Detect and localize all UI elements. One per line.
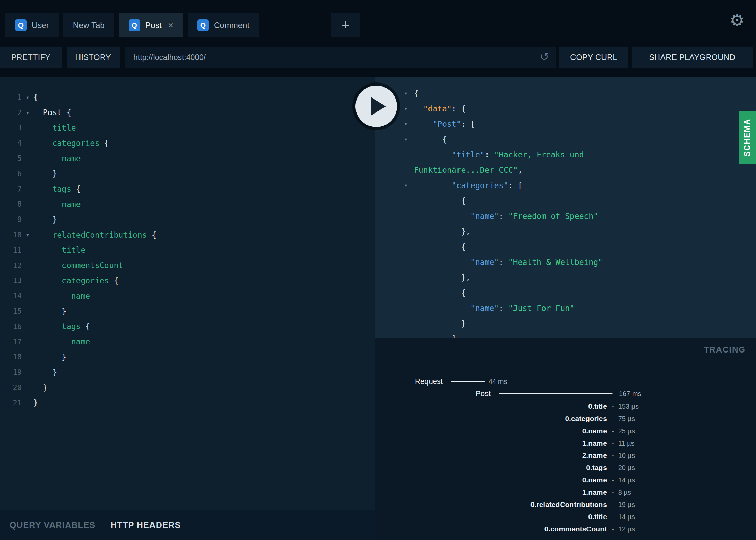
- code-text: },: [414, 227, 470, 236]
- tracing-field-row: 2.name-10 µs: [375, 449, 756, 462]
- query-variables-tab[interactable]: QUERY VARIABLES: [10, 520, 96, 530]
- tab-label: User: [32, 20, 49, 30]
- response-line: ▾ "Post": [: [375, 116, 756, 132]
- query-line: 12 commentsCount: [0, 258, 375, 273]
- code-text: categories {: [33, 276, 118, 285]
- endpoint-url-bar[interactable]: http://localhost:4000/ ↺: [125, 47, 556, 68]
- code-text: name: [33, 200, 81, 209]
- close-tab-icon[interactable]: ×: [168, 20, 173, 30]
- tracing-field-dash: -: [612, 489, 614, 496]
- tracing-field-value: 25 µs: [618, 427, 635, 435]
- fold-arrow-icon[interactable]: ▾: [375, 136, 414, 143]
- query-editor[interactable]: 1▾{2▾ Post {3 title4 categories {5 name6…: [0, 77, 375, 510]
- tab-label: Post: [145, 20, 162, 30]
- code-text: "title": "Hacker, Freaks und: [414, 150, 584, 159]
- tracing-span-label: Post: [457, 389, 491, 399]
- code-text: "name": "Freedom of Speech": [414, 212, 598, 221]
- response-line: }: [375, 316, 756, 331]
- line-number: 19: [0, 368, 22, 376]
- code-text: name: [33, 337, 90, 346]
- tracing-span-bar: [499, 393, 613, 394]
- code-text: }: [33, 307, 67, 316]
- query-line: 9 }: [0, 212, 375, 227]
- fold-arrow-icon[interactable]: ▾: [22, 94, 33, 101]
- tab-label: Comment: [214, 20, 249, 30]
- query-line: 15 }: [0, 303, 375, 319]
- tracing-field-label: 0.name: [375, 427, 607, 435]
- share-playground-button[interactable]: SHARE PLAYGROUND: [632, 47, 753, 68]
- tracing-field-row: 1.name-8 µs: [375, 486, 756, 498]
- schema-tab-button[interactable]: SCHEMA: [739, 111, 756, 164]
- tab-user[interactable]: QUser: [5, 13, 59, 37]
- code-text: "name": "Health & Wellbeing": [414, 258, 603, 267]
- tracing-field-dash: -: [612, 403, 614, 410]
- tab-bar: QUserNew TabQPost×QComment: [5, 13, 259, 37]
- response-line: ▾ "data": {: [375, 101, 756, 116]
- tracing-field-label: 1.name: [375, 439, 607, 447]
- code-text: }: [33, 352, 67, 361]
- query-line: 14 name: [0, 288, 375, 303]
- query-line: 19 }: [0, 364, 375, 380]
- tracing-span-request: Request 44 ms: [375, 376, 756, 387]
- query-line: 16 tags {: [0, 319, 375, 334]
- tracing-field-row: 0.name-14 µs: [375, 474, 756, 486]
- line-number: 17: [0, 338, 22, 346]
- line-number: 12: [0, 261, 22, 270]
- tab-label: New Tab: [73, 20, 105, 30]
- response-lines: ▾{▾ "data": {▾ "Post": [▾ { "title": "Ha…: [375, 77, 756, 338]
- execute-query-button[interactable]: [355, 86, 397, 127]
- query-line: 4 categories {: [0, 135, 375, 151]
- tracing-field-rows: 0.title-153 µs0.categories-75 µs0.name-2…: [375, 400, 756, 535]
- code-text: }: [33, 398, 38, 407]
- fold-arrow-icon[interactable]: ▾: [22, 109, 33, 116]
- response-line: "name": "Health & Wellbeing": [375, 254, 756, 270]
- response-line: ]: [375, 331, 756, 338]
- http-headers-tab[interactable]: HTTP HEADERS: [111, 520, 181, 530]
- tracing-field-value: 153 µs: [618, 403, 639, 410]
- tracing-field-row: 0.categories-75 µs: [375, 412, 756, 425]
- tracing-field-row: 0.title-153 µs: [375, 400, 756, 412]
- code-text: {: [33, 93, 38, 102]
- tracing-field-label: 0.title: [375, 513, 607, 521]
- code-text: title: [33, 123, 76, 132]
- code-text: tags {: [33, 322, 90, 331]
- query-badge-icon: Q: [197, 19, 209, 31]
- tracing-field-value: 14 µs: [618, 513, 635, 521]
- tab-new-tab[interactable]: New Tab: [63, 13, 114, 37]
- line-number: 5: [0, 154, 22, 163]
- code-text: ]: [414, 334, 456, 338]
- line-number: 18: [0, 352, 22, 361]
- query-line: 10▾ relatedContributions {: [0, 227, 375, 242]
- code-text: }: [33, 383, 48, 392]
- endpoint-url[interactable]: http://localhost:4000/: [133, 53, 206, 62]
- graphql-playground: QUserNew TabQPost×QComment + ⚙ PRETTIFY …: [0, 0, 756, 540]
- line-number: 10: [0, 230, 22, 239]
- history-button[interactable]: HISTORY: [67, 47, 120, 68]
- reload-icon[interactable]: ↺: [540, 50, 549, 63]
- tracing-field-dash: -: [612, 525, 614, 533]
- tab-post[interactable]: QPost×: [119, 13, 183, 37]
- code-text: name: [33, 154, 81, 163]
- line-number: 9: [0, 215, 22, 224]
- settings-gear-icon[interactable]: ⚙: [730, 12, 744, 29]
- tracing-panel: TRACING Request 44 ms Post 167 ms 0.titl…: [375, 338, 756, 540]
- query-line: 21}: [0, 395, 375, 410]
- prettify-button[interactable]: PRETTIFY: [0, 47, 62, 68]
- query-line: 13 categories {: [0, 273, 375, 288]
- line-number: 20: [0, 383, 22, 392]
- plus-icon: +: [341, 17, 349, 33]
- new-tab-button[interactable]: +: [331, 13, 360, 37]
- tracing-field-label: 0.title: [375, 402, 607, 410]
- tracing-field-row: 1.name-11 µs: [375, 437, 756, 449]
- tracing-field-row: 0.commentsCount-12 µs: [375, 523, 756, 535]
- fold-arrow-icon[interactable]: ▾: [375, 182, 414, 189]
- query-line: 8 name: [0, 197, 375, 212]
- query-line: 2▾ Post {: [0, 105, 375, 120]
- fold-arrow-icon[interactable]: ▾: [22, 231, 33, 238]
- response-line: {: [375, 285, 756, 300]
- response-viewer[interactable]: ▾{▾ "data": {▾ "Post": [▾ { "title": "Ha…: [375, 77, 756, 338]
- response-line: "name": "Freedom of Speech": [375, 208, 756, 224]
- copy-curl-button[interactable]: COPY CURL: [559, 47, 628, 68]
- tab-comment[interactable]: QComment: [188, 13, 259, 37]
- tracing-field-dash: -: [612, 513, 614, 521]
